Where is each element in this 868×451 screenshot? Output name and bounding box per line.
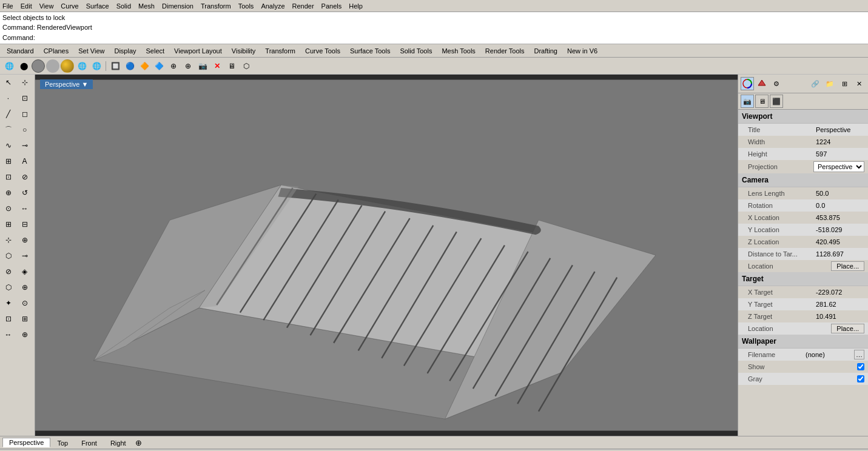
tab-curve-tools[interactable]: Curve Tools — [301, 46, 345, 56]
icon-wireframe-globe[interactable]: 🌐 — [75, 59, 89, 73]
menu-dimension[interactable]: Dimension — [162, 2, 193, 10]
tool-select-arrow[interactable]: ↖ — [0, 75, 16, 90]
tool-boolean[interactable]: ◈ — [16, 264, 33, 279]
tab-visibility[interactable]: Visibility — [227, 46, 260, 56]
tool-polyline[interactable]: ◻ — [16, 106, 33, 122]
icon-monitor[interactable]: 🖥 — [225, 59, 238, 73]
menu-edit[interactable]: Edit — [21, 2, 32, 10]
tool-layer[interactable]: ⊞ — [16, 311, 33, 327]
tool-surface-from-curves[interactable]: ⬡ — [0, 248, 16, 264]
rp-settings-icon[interactable]: ⚙ — [770, 77, 783, 90]
tab-standard[interactable]: Standard — [2, 46, 38, 56]
tool-hatch[interactable]: ⊡ — [0, 169, 16, 185]
menu-panels[interactable]: Panels — [321, 2, 342, 10]
rp-folder-icon[interactable]: 📁 — [823, 77, 836, 90]
tool-rotate[interactable]: ↺ — [16, 185, 33, 201]
tool-point[interactable]: · — [0, 90, 16, 106]
tool-flow[interactable]: ⊕ — [16, 232, 33, 248]
viewport-name-button[interactable]: Perspective ▼ — [40, 79, 93, 89]
tab-cplanes[interactable]: CPlanes — [39, 46, 73, 56]
tab-select[interactable]: Select — [142, 46, 169, 56]
icon-zoom-in[interactable]: ⊕ — [181, 59, 195, 73]
tool-curve[interactable]: ∿ — [0, 138, 16, 153]
tool-array[interactable]: ⊞ — [0, 216, 16, 232]
rp-expand-icon[interactable]: ⊞ — [838, 77, 851, 90]
menu-transform[interactable]: Transform — [201, 2, 231, 10]
tool-freeform[interactable]: ⊸ — [16, 138, 33, 153]
icon-camera[interactable]: 📷 — [196, 59, 209, 73]
menu-solid[interactable]: Solid — [116, 2, 131, 10]
icon-wireframe-globe2[interactable]: 🌐 — [90, 59, 103, 73]
rp-display-tab[interactable]: 🖥 — [755, 95, 769, 108]
tab-viewport-layout[interactable]: Viewport Layout — [170, 46, 226, 56]
tool-line[interactable]: ╱ — [0, 106, 16, 122]
tool-grid[interactable]: ⊡ — [0, 311, 16, 327]
rp-cam-place-button[interactable]: Place... — [831, 261, 864, 271]
viewport-area[interactable]: Perspective ▼ — [35, 75, 738, 436]
tab-mesh-tools[interactable]: Mesh Tools — [437, 46, 479, 56]
tool-check[interactable]: ⊕ — [16, 327, 33, 342]
menu-curve[interactable]: Curve — [61, 2, 78, 10]
rp-color-icon[interactable] — [741, 77, 754, 90]
tool-mesh[interactable]: ⬡ — [0, 279, 16, 295]
icon-rendered[interactable] — [46, 59, 59, 73]
tool-arc[interactable]: ⌒ — [0, 122, 16, 138]
rp-material-icon[interactable] — [755, 77, 769, 90]
tab-transform[interactable]: Transform — [261, 46, 300, 56]
tab-front[interactable]: Front — [75, 438, 104, 447]
icon-zoom-ext[interactable]: 🔷 — [152, 59, 166, 73]
tab-display[interactable]: Display — [110, 46, 140, 56]
icon-pan[interactable]: 🔲 — [109, 59, 122, 73]
icon-rotate[interactable]: 🔵 — [123, 59, 136, 73]
tool-analyze-tool[interactable]: ↔ — [0, 327, 16, 342]
tool-text[interactable]: A — [16, 153, 33, 169]
tab-surface-tools[interactable]: Surface Tools — [346, 46, 394, 56]
tab-right[interactable]: Right — [104, 438, 133, 447]
tool-point2[interactable]: ⊡ — [16, 90, 33, 106]
menu-view[interactable]: View — [39, 2, 54, 10]
tool-camera-tool[interactable]: ⊙ — [16, 295, 33, 311]
rp-target-place-button[interactable]: Place... — [831, 324, 864, 333]
menu-tools[interactable]: Tools — [238, 2, 254, 10]
tab-perspective[interactable]: Perspective — [2, 438, 50, 447]
rp-link-icon[interactable]: 🔗 — [809, 77, 822, 90]
icon-zoom-sel[interactable]: ⊕ — [167, 59, 180, 73]
tool-cage[interactable]: ⊟ — [16, 216, 33, 232]
tab-top[interactable]: Top — [50, 438, 75, 447]
rp-show-checkbox[interactable] — [857, 363, 864, 370]
menu-file[interactable]: File — [2, 2, 13, 10]
menu-analyze[interactable]: Analyze — [261, 2, 284, 10]
icon-zoom[interactable]: 🔶 — [138, 59, 151, 73]
rp-filename-browse[interactable]: … — [854, 350, 864, 359]
rp-camera-tab[interactable]: 📷 — [741, 95, 754, 108]
tool-circle[interactable]: ○ — [16, 122, 33, 138]
tool-move[interactable]: ⊕ — [0, 185, 16, 201]
icon-globe[interactable]: 🌐 — [2, 59, 16, 73]
menu-render[interactable]: Render — [292, 2, 314, 10]
tool-loft[interactable]: ⊸ — [16, 248, 33, 264]
icon-shaded[interactable] — [32, 59, 45, 73]
tool-snap-pts[interactable]: ⊹ — [0, 232, 16, 248]
icon-x-mark[interactable]: ✕ — [210, 59, 224, 73]
tool-extrude[interactable]: ⊘ — [0, 264, 16, 279]
tool-mirror[interactable]: ↔ — [16, 201, 33, 216]
rp-projection-select[interactable]: Perspective Parallel — [813, 161, 864, 172]
rp-render-tab[interactable]: ⬛ — [770, 95, 783, 108]
tab-add-button[interactable]: ⊕ — [133, 438, 144, 447]
icon-render-sphere[interactable]: ⬤ — [17, 59, 30, 73]
tab-solid-tools[interactable]: Solid Tools — [395, 46, 436, 56]
tab-setview[interactable]: Set View — [74, 46, 109, 56]
menu-surface[interactable]: Surface — [86, 2, 109, 10]
tool-light[interactable]: ✦ — [0, 295, 16, 311]
tool-render-icon[interactable]: ⊕ — [16, 279, 33, 295]
rp-gray-checkbox[interactable] — [857, 375, 864, 383]
menu-mesh[interactable]: Mesh — [138, 2, 155, 10]
tool-select-region[interactable]: ⊹ — [16, 75, 33, 90]
command-input[interactable] — [38, 34, 866, 41]
icon-box[interactable]: ⬡ — [240, 59, 253, 73]
tab-new-v6[interactable]: New in V6 — [563, 46, 602, 56]
tab-render-tools[interactable]: Render Tools — [481, 46, 529, 56]
rp-close-icon[interactable]: ✕ — [852, 77, 866, 90]
tool-dim[interactable]: ⊘ — [16, 169, 33, 185]
tab-drafting[interactable]: Drafting — [530, 46, 562, 56]
